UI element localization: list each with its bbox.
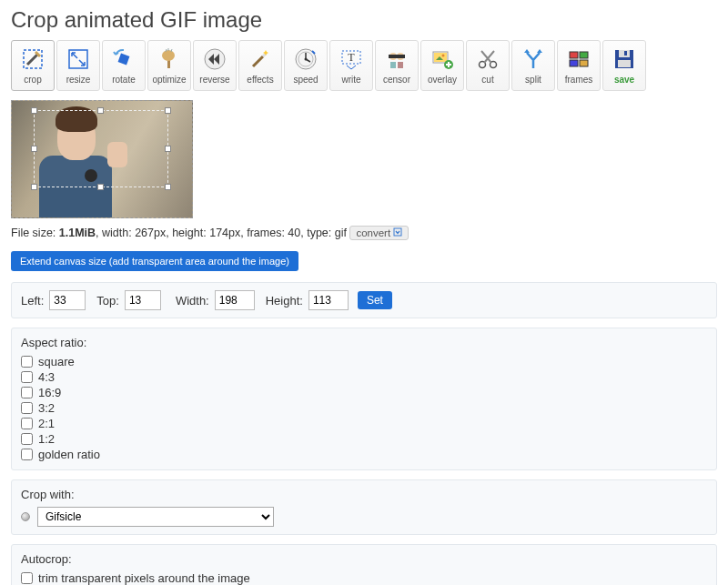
crop-with-select[interactable]: Gifsicle — [37, 507, 274, 527]
aspect-checkbox-1[interactable] — [21, 371, 33, 383]
svg-point-8 — [305, 58, 308, 61]
toolbar-write-button[interactable]: Twrite — [329, 40, 373, 91]
svg-rect-15 — [398, 62, 403, 68]
aspect-checkbox-3[interactable] — [21, 402, 33, 414]
toolbar-reverse-button[interactable]: reverse — [193, 40, 237, 91]
toolbar-split-button[interactable]: split — [511, 40, 555, 91]
top-input[interactable] — [125, 290, 161, 310]
frames-icon — [566, 46, 592, 72]
toolbar-cut-button[interactable]: cut — [466, 40, 510, 91]
effects-icon — [248, 46, 273, 72]
svg-rect-2 — [118, 54, 130, 66]
file-info: File size: 1.1MiB, width: 267px, height:… — [11, 226, 717, 240]
extend-canvas-button[interactable]: Extend canvas size (add transparent area… — [11, 251, 298, 271]
toolbar: cropresizerotateoptimizereverseeffectssp… — [11, 40, 717, 91]
optimize-icon — [157, 46, 182, 72]
crop-handle-se[interactable] — [165, 184, 171, 190]
save-icon — [612, 46, 637, 72]
toolbar-optimize-button[interactable]: optimize — [147, 40, 191, 91]
aspect-option-row: 4:3 — [21, 369, 707, 385]
aspect-checkbox-4[interactable] — [21, 418, 33, 429]
file-info-prefix: File size: — [11, 227, 59, 239]
aspect-option-label: 4:3 — [38, 370, 55, 384]
crop-icon — [20, 46, 46, 72]
aspect-option-label: square — [38, 355, 75, 368]
aspect-checkbox-0[interactable] — [21, 356, 33, 368]
left-label: Left: — [21, 294, 44, 308]
crop-handle-ne[interactable] — [165, 107, 171, 114]
svg-rect-22 — [570, 52, 578, 58]
aspect-option-label: 1:2 — [38, 432, 55, 446]
aspect-option-label: golden ratio — [38, 448, 100, 461]
image-preview[interactable] — [11, 100, 193, 218]
split-icon — [521, 46, 546, 72]
aspect-checkbox-2[interactable] — [21, 387, 33, 398]
svg-rect-28 — [624, 51, 627, 55]
crop-handle-n[interactable] — [97, 107, 104, 114]
aspect-option-row: 2:1 — [21, 416, 707, 431]
toolbar-effects-button[interactable]: effects — [238, 40, 282, 91]
autocrop-option-row: trim transparent pixels around the image — [21, 570, 707, 585]
toolbar-speed-button[interactable]: speed — [284, 40, 328, 91]
crop-selection[interactable] — [34, 110, 168, 187]
file-size: 1.1MiB — [59, 227, 96, 239]
toolbar-frames-button[interactable]: frames — [557, 40, 601, 91]
crop-handle-nw[interactable] — [31, 107, 37, 114]
toolbar-crop-button[interactable]: crop — [11, 40, 55, 91]
toolbar-label: effects — [247, 75, 273, 85]
crop-handle-e[interactable] — [165, 146, 171, 152]
resize-icon — [66, 46, 91, 72]
toolbar-label: crop — [24, 75, 41, 85]
aspect-ratio-label: Aspect ratio: — [21, 336, 707, 349]
toolbar-overlay-button[interactable]: overlay — [420, 40, 464, 91]
crop-handle-w[interactable] — [31, 146, 37, 152]
toolbar-censor-button[interactable]: censor — [375, 40, 419, 91]
convert-button[interactable]: convert — [349, 226, 409, 240]
crop-handle-sw[interactable] — [31, 184, 37, 190]
aspect-checkbox-6[interactable] — [21, 449, 33, 460]
toolbar-label: write — [341, 75, 360, 85]
svg-point-18 — [442, 55, 445, 57]
aspect-option-row: golden ratio — [21, 447, 707, 462]
toolbar-label: frames — [565, 75, 593, 85]
crop-with-radio[interactable] — [21, 512, 30, 521]
autocrop-option-label: trim transparent pixels around the image — [38, 571, 250, 585]
svg-rect-25 — [580, 60, 588, 66]
left-input[interactable] — [49, 290, 86, 310]
dimensions-panel: Left: Top: Width: Height: Set — [11, 282, 717, 318]
svg-rect-29 — [618, 60, 631, 67]
speed-icon — [293, 46, 318, 72]
toolbar-label: rotate — [112, 75, 136, 85]
rotate-icon — [111, 46, 136, 72]
set-button[interactable]: Set — [358, 291, 392, 309]
aspect-option-label: 3:2 — [38, 401, 55, 415]
toolbar-label: resize — [66, 75, 91, 85]
file-info-rest: , width: 267px, height: 174px, frames: 4… — [96, 227, 349, 239]
overlay-icon — [430, 46, 455, 72]
toolbar-label: speed — [293, 75, 318, 85]
aspect-checkbox-5[interactable] — [21, 433, 33, 445]
autocrop-panel: Autocrop: trim transparent pixels around… — [11, 544, 717, 585]
toolbar-rotate-button[interactable]: rotate — [102, 40, 146, 91]
crop-with-label: Crop with: — [21, 488, 707, 501]
autocrop-label: Autocrop: — [21, 552, 707, 566]
aspect-option-row: 3:2 — [21, 400, 707, 416]
page-title: Crop animated GIF image — [11, 7, 717, 33]
aspect-option-row: 1:2 — [21, 431, 707, 447]
crop-handle-s[interactable] — [97, 184, 104, 190]
toolbar-save-button[interactable]: save — [602, 40, 646, 91]
toolbar-label: optimize — [152, 75, 186, 85]
toolbar-label: cut — [481, 75, 493, 85]
toolbar-resize-button[interactable]: resize — [56, 40, 100, 91]
reverse-icon — [202, 46, 228, 72]
svg-rect-13 — [389, 55, 405, 58]
top-label: Top: — [96, 294, 119, 308]
toolbar-label: censor — [383, 75, 410, 85]
toolbar-label: split — [525, 75, 541, 85]
height-input[interactable] — [308, 290, 349, 310]
height-label: Height: — [266, 294, 303, 308]
width-input[interactable] — [215, 290, 255, 310]
svg-rect-23 — [580, 52, 588, 58]
autocrop-checkbox[interactable] — [21, 572, 33, 584]
svg-point-4 — [162, 50, 175, 61]
